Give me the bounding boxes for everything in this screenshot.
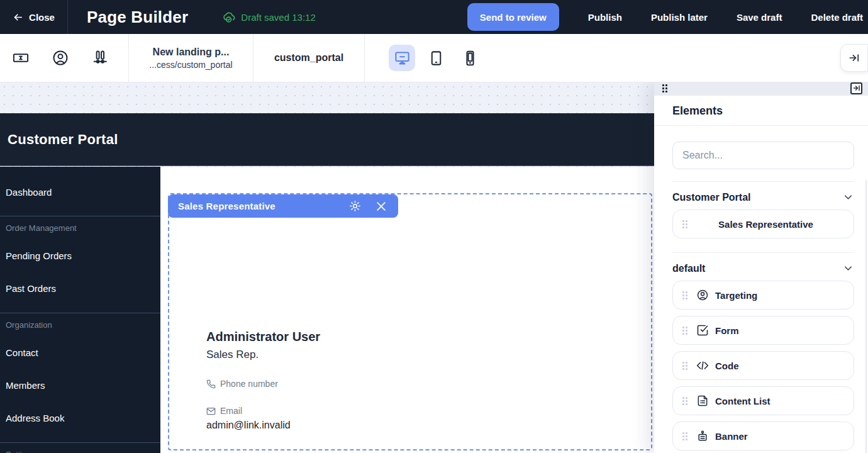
publish-later-button[interactable]: Publish later — [651, 12, 708, 23]
close-x-icon — [375, 200, 387, 213]
phone-device-icon — [462, 50, 479, 67]
drag-handle-icon[interactable] — [682, 397, 687, 405]
sidebar-section-order-management: Order Management — [0, 216, 160, 239]
element-settings-button[interactable] — [347, 199, 362, 214]
drag-handle-icon[interactable] — [682, 432, 687, 440]
sales-rep-role: Sales Rep. — [206, 349, 320, 361]
page-selector[interactable]: New landing p... ...cess/custom_portal — [129, 34, 253, 82]
email-value: admin@link.invalid — [206, 420, 320, 431]
email-label: Email — [220, 406, 242, 416]
element-card-form[interactable]: Form — [672, 316, 854, 345]
phone-label: Phone number — [220, 379, 278, 389]
settings-sliders-tool-button[interactable] — [87, 45, 113, 70]
text-block-tool-button[interactable] — [8, 45, 33, 70]
element-label-text: Sales Representative — [178, 201, 347, 211]
panel-drag-handle-icon[interactable] — [662, 84, 667, 92]
sidebar-section-settings: Settings — [0, 443, 160, 453]
element-card-label: Targeting — [715, 290, 757, 301]
element-card-label: Form — [715, 325, 739, 336]
drag-handle-icon[interactable] — [682, 362, 687, 370]
device-preview-group — [389, 45, 483, 71]
draft-status-text: Draft saved 13:12 — [241, 12, 315, 23]
section-default[interactable]: default — [672, 262, 854, 274]
sidebar-item-address-book[interactable]: Address Book — [0, 401, 160, 434]
tool-icon-group — [0, 34, 129, 82]
back-arrow-icon — [13, 12, 23, 23]
search-input[interactable] — [672, 142, 854, 169]
panel-collapse-button[interactable] — [850, 82, 862, 94]
audience-tool-button[interactable] — [48, 45, 73, 70]
element-label-bar[interactable]: Sales Representative — [168, 194, 398, 218]
close-button[interactable]: Close — [0, 0, 68, 34]
phone-preview-button[interactable] — [457, 45, 483, 71]
element-card-label: Code — [715, 361, 739, 371]
sidebar-item-members[interactable]: Members — [0, 369, 160, 401]
panel-title: Elements — [672, 104, 850, 118]
drag-handle-icon[interactable] — [682, 291, 687, 299]
elements-panel: Elements Customer Portal Sales Represent… — [654, 81, 868, 453]
tablet-preview-button[interactable] — [423, 45, 449, 71]
code-icon — [696, 359, 709, 372]
portal-sidebar: Dashboard Order Management Pending Order… — [0, 167, 160, 453]
content-list-icon — [696, 394, 709, 407]
element-card-label: Sales Representative — [687, 219, 844, 230]
panel-divider — [672, 252, 854, 253]
panel-grab-bar[interactable] — [654, 81, 868, 96]
desktop-icon — [394, 50, 411, 67]
close-label: Close — [29, 12, 55, 23]
element-card-label: Content List — [715, 396, 771, 406]
panel-divider — [672, 181, 854, 182]
collapse-right-icon — [848, 52, 860, 64]
page-path: ...cess/custom_portal — [149, 60, 232, 70]
builder-toolbar: New landing p... ...cess/custom_portal c… — [0, 34, 868, 82]
section-customer-portal[interactable]: Customer Portal — [672, 191, 854, 203]
gear-icon — [348, 199, 362, 213]
targeting-person-icon — [696, 289, 709, 301]
chevron-down-icon — [842, 262, 854, 274]
drag-handle-icon[interactable] — [682, 327, 687, 335]
publish-button[interactable]: Publish — [588, 12, 622, 23]
desktop-preview-button[interactable] — [389, 45, 415, 71]
chevron-down-icon — [842, 191, 854, 203]
cloud-check-icon — [223, 11, 236, 24]
drag-handle-icon[interactable] — [682, 220, 687, 228]
input-field-icon — [12, 49, 30, 67]
sliders-icon — [91, 49, 109, 67]
email-icon — [206, 406, 216, 416]
page-name: New landing p... — [153, 47, 230, 58]
selected-element-sales-representative[interactable]: Sales Representative Administrator User … — [168, 193, 652, 450]
topbar: Close Page Builder Draft saved 13:12 Sen… — [0, 0, 868, 34]
draft-status: Draft saved 13:12 — [223, 11, 315, 24]
element-remove-button[interactable] — [374, 199, 389, 214]
section-title-default: default — [672, 263, 705, 274]
panel-scrollbar[interactable] — [865, 180, 867, 453]
collapse-panel-button[interactable] — [840, 44, 868, 72]
send-to-review-button[interactable]: Send to review — [467, 3, 559, 31]
save-draft-button[interactable]: Save draft — [737, 12, 782, 23]
collapse-right-small-icon — [853, 84, 860, 92]
banner-badge-icon — [696, 430, 709, 442]
element-card-code[interactable]: Code — [672, 351, 854, 380]
element-card-targeting[interactable]: Targeting — [672, 281, 854, 310]
tablet-icon — [428, 50, 445, 67]
form-check-square-icon — [696, 324, 709, 337]
element-card-sales-representative[interactable]: Sales Representative — [672, 210, 854, 238]
sales-rep-card: Administrator User Sales Rep. Phone numb… — [206, 330, 320, 431]
element-card-label: Banner — [715, 431, 748, 442]
tab-custom-portal[interactable]: custom_portal — [253, 34, 365, 82]
sidebar-item-pending-orders[interactable]: Pending Orders — [0, 239, 160, 272]
topbar-actions: Send to review Publish Publish later Sav… — [467, 3, 868, 31]
element-card-banner[interactable]: Banner — [672, 422, 854, 450]
delete-draft-button[interactable]: Delete draft — [811, 12, 863, 23]
portal-header-title: Customer Portal — [0, 131, 118, 148]
person-circle-icon — [52, 49, 69, 67]
sidebar-item-past-orders[interactable]: Past Orders — [0, 272, 160, 305]
sidebar-item-contact[interactable]: Contact — [0, 336, 160, 369]
sidebar-section-organization: Organization — [0, 313, 160, 336]
phone-icon — [206, 379, 216, 389]
element-card-content-list[interactable]: Content List — [672, 386, 854, 415]
section-title-customer-portal: Customer Portal — [672, 192, 750, 203]
sidebar-item-dashboard[interactable]: Dashboard — [0, 176, 160, 208]
app-title: Page Builder — [87, 8, 188, 27]
sales-rep-name: Administrator User — [206, 330, 320, 344]
